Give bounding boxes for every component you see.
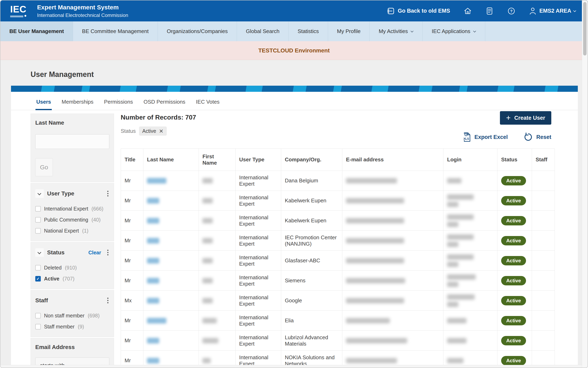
column-header-user-type[interactable]: User Type bbox=[235, 149, 281, 171]
column-header-login[interactable]: Login bbox=[443, 149, 498, 171]
redacted-email bbox=[346, 338, 407, 343]
nav-tab-my-activities[interactable]: My Activities bbox=[370, 21, 423, 41]
checkbox-staff-member[interactable] bbox=[35, 324, 41, 330]
app-title-block: Expert Management System International E… bbox=[37, 4, 128, 18]
nav-tab-iec-applications[interactable]: IEC Applications bbox=[423, 21, 485, 41]
last-name-input[interactable] bbox=[35, 134, 109, 149]
remove-filter-icon[interactable]: ✕ bbox=[159, 129, 163, 134]
account-name: EMS2 AREA bbox=[539, 8, 571, 14]
last-name-link[interactable] bbox=[147, 218, 159, 224]
records-count: 707 bbox=[185, 114, 196, 121]
checkbox-non-staff-member[interactable] bbox=[35, 313, 41, 318]
redacted-email bbox=[346, 298, 404, 303]
redacted-email bbox=[346, 278, 405, 283]
go-button[interactable]: Go bbox=[35, 158, 53, 176]
exit-arrow-icon bbox=[387, 7, 395, 15]
status-badge: Active bbox=[501, 256, 526, 265]
column-header-staff[interactable]: Staff bbox=[532, 149, 555, 171]
last-name-link[interactable] bbox=[147, 198, 159, 203]
clear-status-link[interactable]: Clear bbox=[88, 250, 101, 256]
last-name-link[interactable] bbox=[147, 318, 166, 323]
nav-tab-statistics[interactable]: Statistics bbox=[289, 21, 328, 41]
main-navigation: BE User ManagementBE Committee Managemen… bbox=[0, 21, 588, 41]
nav-tab-be-committee-management[interactable]: BE Committee Management bbox=[73, 21, 158, 41]
records-label: Number of Records: bbox=[121, 114, 183, 121]
checkbox-deleted[interactable] bbox=[35, 265, 41, 270]
horizontal-scrollbar[interactable] bbox=[0, 365, 582, 368]
nav-tab-my-profile[interactable]: My Profile bbox=[328, 21, 370, 41]
staff-cell bbox=[532, 251, 555, 271]
last-name-link[interactable] bbox=[147, 298, 159, 304]
results-toolbar: Number of Records: 707 Status Active ✕ +… bbox=[121, 114, 555, 148]
company-cell: Kabelwerk Eupen bbox=[281, 211, 342, 231]
nav-tab-be-user-management[interactable]: BE User Management bbox=[0, 21, 73, 41]
company-cell: Siemens bbox=[281, 271, 342, 291]
notes-list-icon[interactable] bbox=[485, 7, 494, 15]
last-name-link[interactable] bbox=[147, 238, 159, 244]
tab-users[interactable]: Users bbox=[36, 99, 52, 110]
column-header-first-name[interactable]: First Name bbox=[199, 149, 235, 171]
checkbox-public-commenting[interactable] bbox=[35, 217, 41, 222]
filter-option-national-expert: National Expert(1) bbox=[35, 226, 109, 235]
go-back-old-ems-link[interactable]: Go Back to old EMS bbox=[387, 7, 450, 15]
redacted-login bbox=[447, 358, 463, 363]
last-name-link[interactable] bbox=[147, 358, 159, 364]
last-name-link[interactable] bbox=[147, 338, 159, 343]
status-cell: Active bbox=[498, 271, 532, 291]
chip-group-label: Status bbox=[121, 128, 136, 134]
column-header-company-org[interactable]: Company/Org. bbox=[281, 149, 342, 171]
last-name-label: Last Name bbox=[35, 120, 109, 126]
user-type-cell: International Expert bbox=[235, 251, 281, 271]
page-tab-bar: UsersMembershipsPermissionsOSD Permissio… bbox=[11, 92, 578, 110]
email-cell bbox=[342, 271, 443, 291]
checkbox-international-expert[interactable] bbox=[35, 206, 41, 212]
iec-logo[interactable]: IEC bbox=[10, 4, 30, 18]
tab-permissions[interactable]: Permissions bbox=[103, 99, 134, 110]
email-cell bbox=[342, 171, 443, 191]
column-header-status[interactable]: Status bbox=[498, 149, 532, 171]
checkbox-active[interactable]: ✓ bbox=[35, 276, 41, 282]
collapse-button[interactable] bbox=[35, 189, 44, 198]
user-type-header: User Type bbox=[35, 189, 109, 198]
column-header-last-name[interactable]: Last Name bbox=[143, 149, 199, 171]
nav-tab-label: My Profile bbox=[337, 28, 361, 35]
environment-banner: TESTCLOUD Environment bbox=[0, 41, 588, 60]
login-cell bbox=[443, 231, 498, 251]
column-header-title[interactable]: Title bbox=[121, 149, 143, 171]
option-count: (9) bbox=[78, 324, 84, 330]
svg-text:?: ? bbox=[510, 9, 513, 13]
tab-osd-permissions[interactable]: OSD Permissions bbox=[143, 99, 186, 110]
filter-option-international-expert: International Expert(666) bbox=[35, 204, 109, 213]
last-name-link[interactable] bbox=[147, 178, 166, 184]
kebab-menu-icon[interactable] bbox=[106, 190, 109, 197]
iec-logo-text: IEC bbox=[10, 4, 30, 14]
home-icon[interactable] bbox=[463, 7, 472, 15]
redacted-login bbox=[447, 222, 458, 227]
export-excel-button[interactable]: XLS Export Excel bbox=[463, 132, 508, 142]
app-header: IEC Expert Management System Internation… bbox=[0, 0, 588, 21]
nav-tab-organizations-companies[interactable]: Organizations/Companies bbox=[158, 21, 237, 41]
column-header-e-mail-address[interactable]: E-mail address bbox=[342, 149, 443, 171]
scrollbar-thumb[interactable] bbox=[583, 2, 587, 55]
option-count: (666) bbox=[91, 206, 103, 212]
redacted-first-name bbox=[202, 258, 213, 263]
create-user-button[interactable]: + Create User bbox=[500, 111, 551, 125]
account-menu[interactable]: EMS2 AREA bbox=[529, 7, 576, 15]
vertical-scrollbar[interactable] bbox=[582, 0, 588, 368]
reset-button[interactable]: Reset bbox=[524, 133, 551, 142]
help-icon[interactable]: ? bbox=[507, 7, 516, 15]
first-name-cell bbox=[199, 171, 235, 191]
column-header-label: Staff bbox=[536, 156, 547, 163]
last-name-link[interactable] bbox=[147, 278, 159, 284]
kebab-menu-icon[interactable] bbox=[106, 249, 109, 256]
checkbox-national-expert[interactable] bbox=[35, 228, 41, 234]
collapse-button[interactable] bbox=[35, 248, 44, 257]
chip-value: Active bbox=[142, 128, 156, 134]
company-cell: IEC Promotion Center (NANJING) bbox=[281, 231, 342, 251]
tab-memberships[interactable]: Memberships bbox=[61, 99, 94, 110]
tab-iec-votes[interactable]: IEC Votes bbox=[195, 99, 220, 110]
chevron-down-icon bbox=[37, 191, 41, 195]
last-name-link[interactable] bbox=[147, 258, 159, 264]
kebab-menu-icon[interactable] bbox=[106, 297, 109, 304]
nav-tab-global-search[interactable]: Global Search bbox=[237, 21, 289, 41]
